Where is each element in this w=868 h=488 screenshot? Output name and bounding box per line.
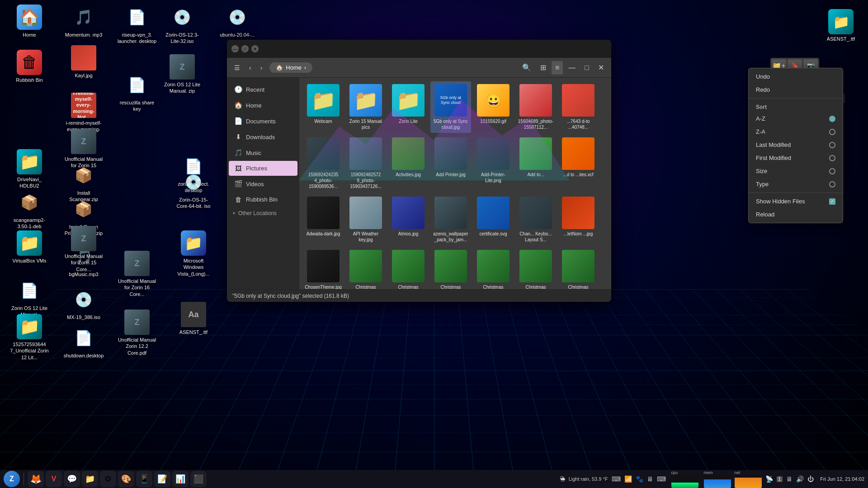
sidebar-item-other-locations[interactable]: + Other Locations [227, 207, 299, 219]
sidebar-item-documents[interactable]: 📄 Documents [229, 113, 297, 129]
desktop-icon-shutdown[interactable]: 📄 shutdown.desktop [63, 325, 104, 359]
breadcrumb[interactable]: 🏠 Home › [269, 62, 312, 73]
taskbar-vivaldi[interactable]: V [46, 471, 62, 487]
file-item-chan-keybo[interactable]: Chan... Keybo... Layout S... [515, 194, 556, 245]
file-item-adwaita[interactable]: Adwaita-dark.jpg [303, 194, 344, 245]
menu-undo[interactable]: Undo [749, 70, 843, 83]
taskbar-text-editor[interactable]: 📝 [154, 471, 170, 487]
sidebar-toggle-button[interactable]: ☰ [231, 61, 244, 74]
net-meter [735, 475, 762, 488]
file-item-christmas-zorinb[interactable]: Christmas ZorinB.jpg [515, 247, 556, 289]
desktop-icon-152572[interactable]: 📁 152572593644 7_Unofficial Zorin 12 Lit… [9, 314, 50, 361]
file-item-add-to[interactable]: Add to... [515, 135, 556, 192]
taskbar-firefox[interactable]: 🦊 [28, 471, 44, 487]
desktop-icon-unof-15-2[interactable]: Z Unofficial Manual for Zorin 15 Core... [63, 226, 104, 272]
desktop-icon-zorin123[interactable]: 💿 Zorin-OS-12.3-Lite-32.iso [162, 5, 203, 45]
audio-icon[interactable]: 🔊 [796, 475, 804, 483]
file-item-chosen-theme[interactable]: ChosenTheme.jpg [303, 247, 344, 289]
sidebar-item-pictures[interactable]: 🖼 Pictures [229, 161, 297, 176]
window-minimize-button[interactable]: — [565, 61, 579, 75]
file-item-10155620[interactable]: 😀 10155620.gif [473, 81, 514, 133]
desktop-icon-drivenavi[interactable]: 📁 DriveNavi_ HDLBU2 [9, 149, 50, 189]
window-maximize-button[interactable]: □ [581, 61, 593, 75]
file-item-azenis[interactable]: azenis_wallpaper_pack_by_jam... [430, 194, 471, 245]
search-button[interactable]: 🔍 [519, 61, 535, 75]
taskbar-discord[interactable]: 💬 [64, 471, 80, 487]
desktop-icon-riseup[interactable]: 📄 riseup-vpn_3. launcher. desktop [117, 5, 157, 45]
taskbar-system-monitor[interactable]: 📊 [172, 471, 189, 487]
file-item-zorin15pics[interactable]: 📁 Zorin 15 Manual pics [345, 81, 386, 133]
file-item-christmas-capture[interactable]: Christmas Capture.jpg [345, 247, 386, 289]
forward-button[interactable]: › [257, 61, 266, 74]
menu-show-hidden[interactable]: Show Hidden Files ✓ [749, 195, 843, 208]
taskbar-plank[interactable]: ⬛ [190, 471, 207, 487]
file-item-add-printer-lite[interactable]: Add-Printer-Lite.png [473, 135, 514, 192]
menu-sort-first-modified[interactable]: First Modified [749, 151, 843, 164]
menu-sort-last-modified[interactable]: Last Modified [749, 138, 843, 151]
back-button[interactable]: ‹ [245, 61, 255, 74]
file-item-certificate[interactable]: certificate.svg [473, 194, 514, 245]
desktop-icon-rubbish-bin[interactable]: 🗑 Rubbish Bin [9, 50, 50, 83]
desktop-icon-unof-12-2[interactable]: Z Unofficial Manual Zorin 12.2 Core.pdf [117, 310, 157, 356]
sidebar-item-videos[interactable]: 🎬 Videos [229, 176, 297, 192]
desktop-icon-mswin[interactable]: 📁 Microsoft Windows Vista_(Long)... [173, 230, 214, 277]
file-item-7643[interactable]: ...7643 d-to ...40748... [558, 81, 599, 133]
sidebar-item-music[interactable]: 🎵 Music [229, 145, 297, 160]
sidebar-item-downloads[interactable]: ⬇ Downloads [229, 129, 297, 145]
desktop-icon-asenst[interactable]: Aa ASENST_.ttf [173, 302, 214, 335]
file-item-activities[interactable]: Activities.jpg [388, 135, 429, 192]
file-item-15604[interactable]: 15604689_photo-15587112... [515, 81, 556, 133]
file-item-159092482[interactable]: 159092482572 9_photo-15903437126... [345, 135, 386, 192]
file-item-letnom[interactable]: ...letNom ...jpg [558, 194, 599, 245]
power-icon[interactable]: ⏻ [807, 475, 814, 483]
menu-button[interactable]: ≡ [552, 61, 563, 75]
menu-redo[interactable]: Redo [749, 83, 843, 96]
sidebar-item-home[interactable]: 🏠 Home [229, 98, 297, 113]
desktop-icon-zorin15iso[interactable]: 💿 Zorin-OS-15-Core-64-bit. iso [173, 169, 214, 210]
close-button[interactable]: ✕ [251, 45, 259, 52]
desktop-icon-rescuzilla[interactable]: 📄 rescuzilla share key [117, 72, 157, 113]
install-scan-icon: 📦 [71, 163, 96, 188]
menu-sort-type[interactable]: Type [749, 178, 843, 191]
sidebar-item-recent[interactable]: 🕐 Recent [229, 82, 297, 97]
desktop-icon-ubuntu[interactable]: 💿 ubuntu-20.04-... [217, 5, 258, 38]
sidebar-item-rubbish-bin[interactable]: 🗑 Rubbish Bin [229, 192, 297, 207]
display-icon[interactable]: 🖥 [786, 475, 793, 483]
desktop-icon-unof-16[interactable]: Z Unofficial Manual for Zorin 16 Core... [117, 251, 157, 297]
maximize-button[interactable]: □ [241, 45, 249, 52]
file-item-webcam[interactable]: 📁 Webcam [303, 81, 344, 133]
menu-sort-size[interactable]: Size [749, 164, 843, 178]
network-icon[interactable]: 📡 [765, 475, 773, 483]
file-item-159092424[interactable]: 159092424235 4_photo-1590089536... [303, 135, 344, 192]
desktop-icon-mx19[interactable]: 💿 MX-19_386.iso [63, 287, 104, 320]
file-item-christmas-zorin-xmp[interactable]: Christmas Zorin.jpg.xmp [430, 247, 471, 289]
desktop-icon-scangear[interactable]: 📦 scangearmp2-3.50-1-deb [9, 190, 50, 230]
taskbar-settings[interactable]: ⚙ [100, 471, 116, 487]
file-item-atmos[interactable]: Atmos.jpg [388, 194, 429, 245]
taskbar-gimp[interactable]: 🎨 [118, 471, 134, 487]
taskbar-zorin-connect[interactable]: 📱 [136, 471, 152, 487]
file-item-add-printer[interactable]: Add Printer.jpg [430, 135, 471, 192]
file-item-christmas-zorinc[interactable]: Christmas ZorinC.jpg [558, 247, 599, 289]
desktop-icon-desk-tidy[interactable]: 📁 ASENST_.ttf [823, 9, 859, 42]
file-item-zorinlite[interactable]: 📁 Zorin Lite [388, 81, 429, 133]
desktop-icon-home[interactable]: 🏠 Home [9, 5, 50, 38]
menu-sort-az[interactable]: A-Z [749, 112, 843, 125]
grid-view-button[interactable]: ⊞ [537, 61, 550, 75]
menu-reload[interactable]: Reload [749, 208, 843, 221]
desktop-icon-kayl[interactable]: Kayl.jpg [63, 45, 104, 79]
file-item-api-weather[interactable]: API Weather key.jpg [345, 194, 386, 245]
file-item-5gb[interactable]: 5Gb only at Sync cloud 5Gb only at Sync … [430, 81, 471, 133]
file-item-christmas-zorina[interactable]: Christmas ZorinA.jpg [473, 247, 514, 289]
desktop-icon-zorin12lite[interactable]: 📄 Zorin OS 12 Lite Manual. [9, 278, 50, 318]
desktop-icon-zorin12zip[interactable]: Z Zorin OS 12 Lite Manual. zip [162, 54, 203, 94]
menu-sort-za[interactable]: Z-A [749, 125, 843, 138]
taskbar-files[interactable]: 📁 [82, 471, 98, 487]
file-item-christmas-zorin[interactable]: Christmas Zorin.jpg [388, 247, 429, 289]
desktop-icon-momentum[interactable]: 🎵 Momentum. mp3 [63, 5, 104, 38]
taskbar-zorin-menu[interactable]: Z [4, 471, 20, 487]
minimize-button[interactable]: — [231, 45, 239, 52]
window-close-button[interactable]: ✕ [594, 61, 608, 75]
desktop-icon-virtualbox[interactable]: 📁 VirtualBox VMs [9, 230, 50, 264]
file-item-ites-xcf[interactable]: ...d to ...ites.xcf [558, 135, 599, 192]
